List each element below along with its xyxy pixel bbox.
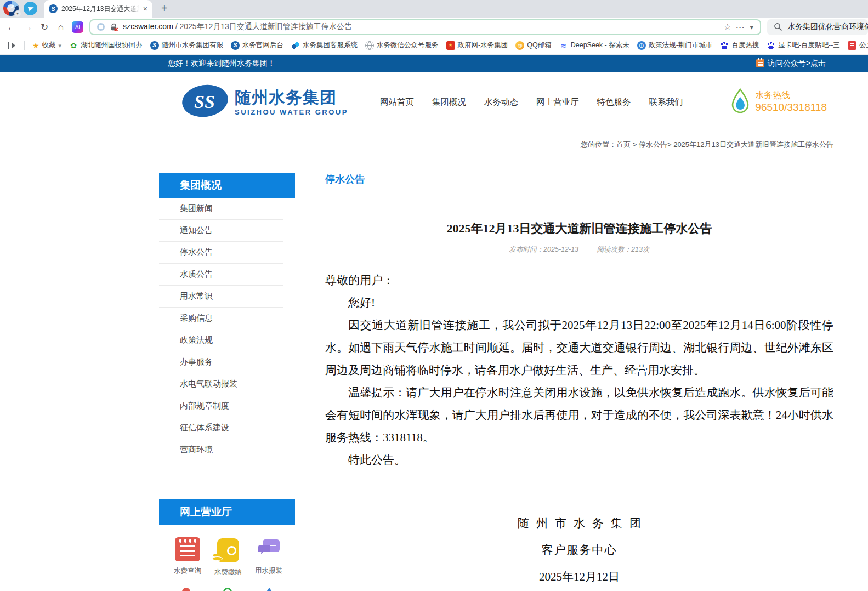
- sidebar-menu-item[interactable]: 用水常识: [159, 286, 283, 308]
- extension-dot-icon[interactable]: [97, 23, 105, 31]
- bookmark-star-icon[interactable]: ☆: [724, 22, 731, 32]
- drop-icon[interactable]: [180, 586, 192, 591]
- signature-line: 客户服务中心: [325, 542, 833, 558]
- service-shortcuts: 水费查询 水费缴纳 用水报装: [159, 525, 295, 577]
- bookmark-favicon: [446, 41, 455, 50]
- service-icon: [217, 538, 239, 562]
- home-icon[interactable]: ⌂: [53, 22, 69, 32]
- bookmark-item[interactable]: 政府网-水务集团: [446, 41, 508, 50]
- star-icon: [32, 41, 39, 50]
- bookmark-favicon: [69, 41, 78, 50]
- bookmark-item[interactable]: 百度热搜: [720, 41, 759, 50]
- new-tab-button[interactable]: +: [161, 2, 168, 15]
- bookmark-label: 湖北随州国投协同办: [81, 41, 143, 50]
- insecure-lock-icon[interactable]: [110, 23, 118, 31]
- bookmark-item[interactable]: 公文宝: [848, 41, 868, 50]
- svg-text:SS: SS: [194, 92, 215, 112]
- bookmark-label: DeepSeek - 探索未: [571, 41, 629, 50]
- side-search-box[interactable]: 水务集团优化营商环境创: [767, 19, 868, 35]
- telegram-icon[interactable]: [24, 2, 37, 15]
- bookmark-item[interactable]: 水务官网后台: [231, 41, 283, 50]
- sidebar-menu-item[interactable]: 水电气联动报装: [159, 373, 283, 395]
- favorites-button[interactable]: 收藏: [32, 41, 61, 50]
- sidebar-menu-item[interactable]: 内部规章制度: [159, 395, 283, 417]
- service-shortcut[interactable]: 水费缴纳: [208, 537, 248, 577]
- nav-item[interactable]: 网上营业厅: [536, 96, 579, 108]
- nav-item[interactable]: 联系我们: [649, 96, 683, 108]
- bookmark-label: 政府网-水务集团: [458, 41, 508, 50]
- hotline-number: 96510/3318118: [755, 101, 827, 114]
- url-text[interactable]: szcswater.com / 2025年12月13日交通大道新旧管连接施工停水…: [123, 22, 719, 32]
- hotline-label: 水务热线: [755, 90, 827, 101]
- forward-icon[interactable]: →: [20, 22, 36, 32]
- bookmark-item[interactable]: 显卡吧-百度贴吧--三: [767, 41, 840, 50]
- browser-profile-icon[interactable]: [3, 1, 19, 16]
- view-count: 阅读次数：213次: [597, 246, 650, 253]
- browser-tab[interactable]: S 2025年12月13日交通大道新旧管连接施工停水公告 ×: [44, 0, 152, 18]
- article-paragraph: 特此公告。: [325, 449, 833, 471]
- service-icon: [256, 537, 281, 561]
- bookmark-item[interactable]: 湖北随州国投协同办: [69, 41, 143, 50]
- service-icon: [175, 537, 200, 561]
- sidebar-menu-item[interactable]: 征信体系建设: [159, 417, 283, 439]
- breadcrumb-current: 2025年12月13日交通大道新旧管连接施工停水公告: [673, 140, 833, 149]
- bookmarks-bar: 收藏 湖北随州国投协同办 随州市水务集团有限 水务官网后台 水务集团客服系统: [0, 36, 868, 55]
- bookmark-favicon: [291, 41, 300, 50]
- sidebar-menu-item[interactable]: 集团新闻: [159, 198, 283, 220]
- tab-close-icon[interactable]: ×: [143, 5, 147, 13]
- sidebar-menu-item[interactable]: 政策法规: [159, 329, 283, 351]
- service-shortcut[interactable]: 水费查询: [168, 537, 207, 577]
- site-logo[interactable]: SS 随州水务集团 SUIZHOU WATER GROUP: [181, 84, 348, 120]
- bookmark-item[interactable]: 水务集团客服系统: [291, 41, 358, 50]
- back-icon[interactable]: ←: [3, 22, 20, 32]
- search-icon: [774, 22, 782, 31]
- service-label: 水费查询: [168, 566, 207, 576]
- favorites-label: 收藏: [42, 41, 56, 50]
- signature-line: 2025年12月12日: [325, 569, 833, 584]
- reload-icon[interactable]: ↻: [36, 22, 53, 32]
- bookmark-item[interactable]: QQ邮箱: [515, 41, 551, 50]
- nav-item[interactable]: 特色服务: [597, 96, 631, 108]
- bookmark-item[interactable]: DeepSeek - 探索未: [559, 41, 629, 50]
- url-path: / 2025年12月13日交通大道新旧管连接施工停水公告: [173, 22, 352, 32]
- bookmark-item[interactable]: 政策法规-荆门市城市: [637, 41, 713, 50]
- side-panel-icon[interactable]: [7, 41, 16, 50]
- site-favicon: S: [49, 4, 58, 13]
- nav-item[interactable]: 水务动态: [484, 96, 518, 108]
- bookmark-favicon: [559, 41, 568, 50]
- wechat-link[interactable]: 访问公众号>点击: [756, 59, 826, 69]
- sidebar-menu-item[interactable]: 水质公告: [159, 264, 283, 286]
- sidebar-menu-item[interactable]: 停水公告: [159, 242, 283, 264]
- nav-item[interactable]: 网站首页: [380, 96, 414, 108]
- sidebar-menu-item[interactable]: 通知公告: [159, 220, 283, 242]
- triangle-icon[interactable]: [264, 588, 274, 591]
- sidebar-menu: 集团新闻 通知公告 停水公告 水质公告 用水常识 采购信息 政策法规 办事服务 …: [159, 198, 295, 461]
- chevron-down-icon[interactable]: ▾: [750, 23, 753, 31]
- bookmark-label: 随州市水务集团有限: [162, 41, 224, 50]
- breadcrumb-prefix: 您的位置：: [581, 140, 616, 149]
- article-paragraph: 尊敬的用户：: [325, 269, 833, 292]
- breadcrumb-section[interactable]: 停水公告: [639, 140, 667, 149]
- bookmark-item[interactable]: 随州市水务集团有限: [150, 41, 224, 50]
- sidebar-menu-item[interactable]: 采购信息: [159, 308, 283, 329]
- bookmark-label: 政策法规-荆门市城市: [649, 41, 713, 50]
- bookmark-favicon: [767, 41, 775, 50]
- main-nav: 网站首页 集团概况 水务动态 网上营业厅 特色服务 联系我们: [380, 96, 683, 108]
- nav-item[interactable]: 集团概况: [432, 96, 466, 108]
- arc-icon[interactable]: [221, 586, 234, 591]
- spacer: [159, 461, 295, 499]
- service-shortcut[interactable]: 用水报装: [249, 537, 288, 577]
- search-query: 水务集团优化营商环境创: [787, 22, 868, 32]
- article-body: 尊敬的用户： 您好! 因交通大道新旧管连接施工，我公司拟于2025年12月13日…: [325, 269, 833, 471]
- bookmark-item[interactable]: 水务微信公众号服务: [365, 41, 439, 50]
- sidebar-group-online-hall: 网上营业厅: [159, 499, 295, 525]
- ai-extension-icon[interactable]: AI: [72, 21, 83, 33]
- service-label: 用水报装: [249, 566, 288, 576]
- sidebar-menu-item[interactable]: 办事服务: [159, 351, 283, 373]
- breadcrumb: 您的位置：首页 > 停水公告> 2025年12月13日交通大道新旧管连接施工停水…: [159, 132, 833, 158]
- breadcrumb-home[interactable]: 首页: [616, 140, 631, 149]
- sidebar-menu-item[interactable]: 营商环境: [159, 439, 283, 461]
- url-more-icon[interactable]: ···: [736, 23, 745, 31]
- address-bar[interactable]: szcswater.com / 2025年12月13日交通大道新旧管连接施工停水…: [89, 19, 761, 35]
- service-shortcuts-partial-row: [159, 577, 295, 591]
